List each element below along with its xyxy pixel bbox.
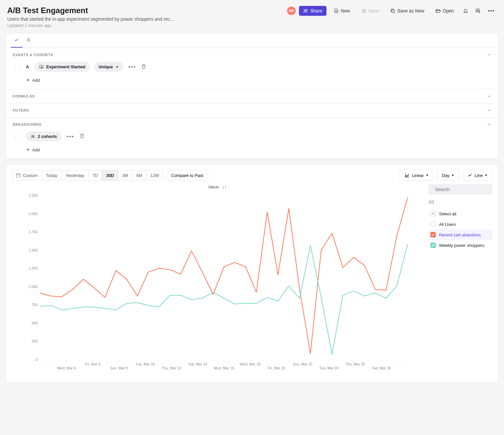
caret-down-icon: ▼	[426, 174, 429, 177]
svg-text:750: 750	[32, 303, 37, 307]
caret-down-icon: ▼	[116, 65, 118, 69]
range-30d[interactable]: 30D	[102, 170, 118, 181]
filters-section-header[interactable]: FILTERS	[6, 103, 498, 117]
svg-point-3	[363, 11, 365, 12]
event-chip[interactable]: Experiment Started	[34, 62, 90, 72]
user-icon	[26, 37, 31, 43]
svg-text:Tue, Mar 10: Tue, Mar 10	[136, 362, 155, 366]
trash-icon	[79, 133, 85, 139]
svg-point-0	[304, 10, 305, 11]
legend-search[interactable]	[429, 184, 493, 195]
save-button: Save	[357, 6, 383, 16]
chevron-down-icon	[487, 94, 491, 98]
add-breakdown-button[interactable]: + Add	[27, 147, 491, 153]
svg-text:Tue, Mar 24: Tue, Mar 24	[319, 366, 339, 370]
event-more-button[interactable]: •••	[127, 64, 137, 70]
svg-text:Sat, Mar 28: Sat, Mar 28	[372, 366, 391, 370]
notifications-button[interactable]	[461, 6, 470, 15]
range-custom[interactable]: Custom	[11, 170, 42, 181]
compare-to-past-button[interactable]: Compare to Past	[166, 170, 208, 181]
checkbox-icon	[430, 222, 436, 227]
avatar[interactable]: HP	[287, 7, 296, 15]
breakdown-more-button[interactable]: •••	[66, 134, 76, 140]
bell-icon	[463, 8, 468, 13]
event-delete-button[interactable]	[141, 64, 146, 70]
cursor-event-icon	[39, 65, 44, 69]
line-chart-icon	[468, 173, 473, 178]
dots-icon: •••	[488, 8, 495, 13]
svg-text:0: 0	[35, 358, 37, 361]
scale-icon	[405, 173, 410, 178]
tab-chart[interactable]	[11, 33, 23, 48]
svg-text:500: 500	[32, 321, 37, 325]
add-panel-button[interactable]	[473, 6, 483, 15]
range-today[interactable]: Today	[42, 170, 62, 181]
formulas-section-header[interactable]: FORMULAS	[6, 89, 498, 103]
svg-text:1,750: 1,750	[29, 230, 38, 234]
share-button[interactable]: Share	[299, 6, 326, 16]
checkbox-checked-icon	[430, 243, 436, 248]
svg-text:Fri, Mar 20: Fri, Mar 20	[268, 366, 285, 370]
filters-section: FILTERS	[6, 103, 498, 118]
chevron-up-icon	[487, 122, 491, 127]
svg-point-10	[33, 135, 34, 136]
more-menu-button[interactable]: •••	[486, 6, 497, 15]
svg-text:Wed, Mar 4: Wed, Mar 4	[57, 366, 76, 370]
legend-select-all[interactable]: Select all	[429, 208, 493, 219]
svg-text:Wed, Mar 18: Wed, Mar 18	[240, 362, 261, 366]
new-file-icon	[334, 8, 339, 13]
range-yesterday[interactable]: Yesterday	[62, 170, 89, 181]
formulas-section: FORMULAS	[6, 89, 498, 103]
svg-text:Sun, Mar 8: Sun, Mar 8	[110, 366, 128, 370]
range-6m[interactable]: 6M	[132, 170, 146, 181]
breakdowns-section: BREAKDOWNS ⋮⋮ 2 cohorts ••• + Add	[6, 118, 498, 159]
add-event-button[interactable]: + Add	[27, 77, 491, 83]
checkbox-indeterminate-icon	[430, 211, 436, 216]
svg-text:Mon, Mar 16: Mon, Mar 16	[214, 366, 234, 370]
breakdowns-section-header[interactable]: BREAKDOWNS	[6, 118, 498, 131]
trash-icon	[141, 64, 146, 69]
svg-text:1,250: 1,250	[29, 266, 38, 270]
legend-item[interactable]: Weekly power shoppers	[429, 240, 493, 250]
drag-handle[interactable]: ⋮⋮	[13, 134, 22, 139]
cohort-chip[interactable]: 2 cohorts	[26, 131, 62, 141]
add-chart-icon	[475, 8, 481, 13]
new-button[interactable]: New	[330, 6, 354, 16]
open-button[interactable]: Open	[431, 6, 458, 16]
svg-text:Sat, Mar 14: Sat, Mar 14	[188, 362, 207, 366]
svg-rect-11	[16, 174, 20, 177]
legend-item[interactable]: Recent cart abandons	[429, 229, 493, 240]
breakdown-delete-button[interactable]	[79, 133, 85, 140]
save-as-new-button[interactable]: Save as New	[386, 6, 428, 16]
drag-handle[interactable]: ⋮⋮	[13, 64, 22, 70]
page-updated: Updated 2 minutes ago	[7, 23, 287, 28]
folder-icon	[435, 8, 441, 13]
svg-rect-4	[363, 9, 365, 10]
svg-text:2,250: 2,250	[29, 193, 38, 197]
events-section-header[interactable]: EVENTS & COHORTS	[6, 48, 498, 62]
chevron-up-icon	[487, 53, 491, 57]
tab-user[interactable]	[23, 33, 34, 48]
query-builder-card: EVENTS & COHORTS ⋮⋮ A Experiment Started…	[6, 33, 498, 159]
chart-type-selector[interactable]: Line ▼	[463, 170, 493, 181]
range-7d[interactable]: 7D	[89, 170, 102, 181]
svg-text:1,000: 1,000	[29, 285, 38, 289]
range-3m[interactable]: 3M	[118, 170, 132, 181]
scale-selector[interactable]: Linear ▼	[400, 170, 433, 181]
caret-down-icon: ▼	[485, 174, 488, 177]
svg-text:Thu, Mar 26: Thu, Mar 26	[346, 362, 365, 366]
granularity-selector[interactable]: Day ▼	[437, 170, 459, 181]
legend-panel: 2/3 Select all All UsersRecent cart aban…	[429, 184, 493, 377]
svg-text:1,500: 1,500	[29, 248, 38, 252]
legend-search-input[interactable]	[435, 187, 493, 192]
svg-text:Fri, Mar 6: Fri, Mar 6	[85, 362, 100, 366]
sort-icon[interactable]: ↓↑	[222, 184, 227, 189]
range-12m[interactable]: 12M	[146, 170, 163, 181]
svg-point-9	[32, 135, 33, 136]
svg-rect-5	[392, 10, 394, 12]
legend-item[interactable]: All Users	[429, 219, 493, 229]
line-chart: 02505007501,0001,2501,5001,7502,0002,250…	[11, 192, 423, 376]
aggregation-chip[interactable]: Unique ▼	[94, 62, 123, 72]
event-letter: A	[26, 64, 31, 69]
svg-text:250: 250	[32, 339, 37, 343]
